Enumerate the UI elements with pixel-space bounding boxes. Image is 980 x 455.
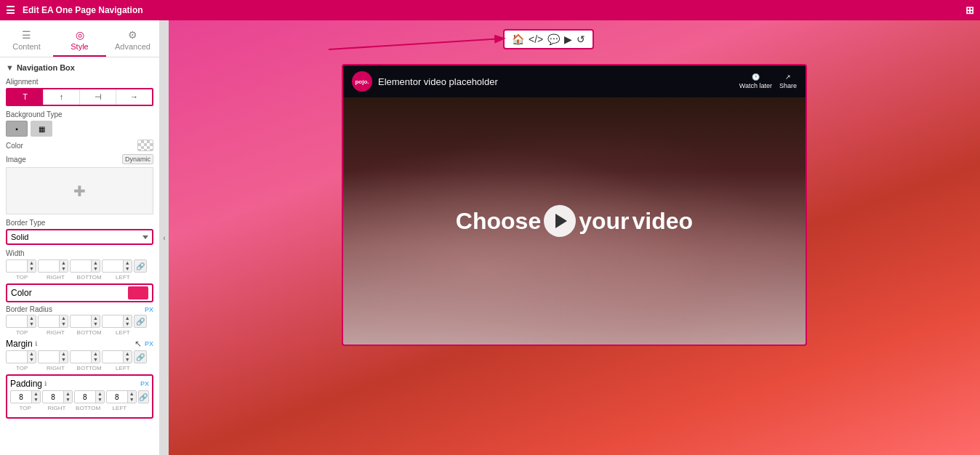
padding-header: Padding ℹ PX (10, 379, 149, 389)
padding-px[interactable]: PX (140, 380, 149, 387)
padding-right-up[interactable]: ▲ (63, 391, 72, 397)
padding-left-input[interactable] (107, 392, 127, 402)
padding-left-down[interactable]: ▼ (127, 397, 136, 403)
label-left: LEFT (107, 274, 139, 281)
bg-type-gradient[interactable]: ▦ (31, 121, 52, 137)
margin-left-up[interactable]: ▲ (123, 351, 132, 357)
padding-top-up[interactable]: ▲ (31, 391, 40, 397)
margin-right-input[interactable] (39, 353, 59, 362)
margin-top-up[interactable]: ▲ (27, 351, 36, 357)
width-right-up[interactable]: ▲ (59, 260, 68, 266)
br-right-up[interactable]: ▲ (59, 315, 68, 321)
width-left-down[interactable]: ▼ (123, 266, 132, 272)
margin-top-down[interactable]: ▼ (27, 357, 36, 363)
br-bottom-spinner: ▲ ▼ (70, 315, 100, 328)
style-icon: ◎ (56, 29, 103, 41)
color-swatch[interactable] (137, 140, 153, 151)
toolbar-code-icon[interactable]: </> (527, 33, 545, 45)
margin-left-input[interactable] (103, 353, 123, 362)
width-bottom-input[interactable] (71, 262, 91, 271)
width-bottom-down[interactable]: ▼ (91, 266, 100, 272)
margin-right-up[interactable]: ▲ (59, 351, 68, 357)
align-btn-right[interactable]: ⊣ (80, 89, 116, 105)
br-top-down[interactable]: ▼ (27, 321, 36, 327)
collapse-arrow-icon: ‹ (163, 234, 165, 242)
sidebar-collapse-handle[interactable]: ‹ (160, 20, 169, 455)
margin-right-down[interactable]: ▼ (59, 357, 68, 363)
watch-later-btn[interactable]: 🕐 Watch later (739, 73, 772, 89)
toolbar-comment-icon[interactable]: 💬 (546, 33, 561, 45)
padding-top-down[interactable]: ▼ (31, 397, 40, 403)
tab-advanced[interactable]: ⚙ Advanced (106, 25, 159, 57)
margin-bottom-up[interactable]: ▲ (91, 351, 100, 357)
padding-label-left: LEFT (105, 405, 134, 411)
br-link-btn[interactable]: 🔗 (134, 315, 147, 328)
share-btn[interactable]: ↗ Share (779, 73, 797, 89)
width-label: Width (6, 249, 153, 257)
padding-spinner-row: ▲ ▼ ▲ ▼ ▲ (10, 390, 149, 403)
width-bottom-spinner: ▲ ▼ (70, 259, 100, 273)
br-bottom-input[interactable] (71, 317, 91, 326)
margin-bottom-spinner: ▲ ▼ (70, 350, 100, 363)
width-left-input[interactable] (103, 262, 123, 271)
br-left-up[interactable]: ▲ (123, 315, 132, 321)
br-bottom-down[interactable]: ▼ (91, 321, 100, 327)
alignment-label: Alignment (6, 78, 153, 86)
menu-icon[interactable]: ☰ (6, 4, 15, 16)
toolbar-refresh-icon[interactable]: ↺ (575, 33, 587, 45)
video-header-actions: 🕐 Watch later ↗ Share (739, 73, 797, 89)
margin-link-btn[interactable]: 🔗 (134, 350, 147, 363)
tab-style[interactable]: ◎ Style (53, 25, 106, 57)
width-left-up[interactable]: ▲ (123, 260, 132, 266)
align-btn-center[interactable]: ↑ (44, 89, 80, 105)
play-button[interactable] (544, 205, 576, 237)
margin-left-down[interactable]: ▼ (123, 357, 132, 363)
toolbar-youtube-icon[interactable]: ▶ (563, 33, 574, 45)
padding-bottom-up[interactable]: ▲ (95, 391, 104, 397)
margin-header: Margin ℹ ↖ PX (6, 339, 153, 349)
image-upload-area[interactable]: ✚ (6, 167, 153, 214)
dynamic-button[interactable]: Dynamic (122, 154, 153, 164)
align-btn-justify[interactable]: → (116, 89, 152, 105)
br-right-input[interactable] (39, 317, 59, 326)
br-right-down[interactable]: ▼ (59, 321, 68, 327)
width-right-down[interactable]: ▼ (59, 266, 68, 272)
width-link-btn[interactable]: 🔗 (134, 259, 147, 273)
border-radius-header: Border Radius PX (6, 305, 153, 313)
video-body: Choose your video (343, 97, 806, 345)
padding-right-input[interactable] (43, 392, 63, 402)
grid-icon[interactable]: ⊞ (965, 4, 974, 16)
margin-bottom-input[interactable] (71, 353, 91, 362)
margin-label-right: RIGHT (39, 365, 71, 371)
bg-type-solid[interactable]: ▪ (6, 121, 28, 137)
padding-bottom-down[interactable]: ▼ (95, 397, 104, 403)
width-top-down[interactable]: ▼ (27, 266, 36, 272)
padding-top-input[interactable] (11, 392, 31, 402)
image-row: Image Dynamic (6, 154, 153, 164)
toolbar-home-icon[interactable]: 🏠 (510, 33, 526, 45)
width-top-up[interactable]: ▲ (27, 260, 36, 266)
width-top-input[interactable] (7, 262, 27, 271)
align-btn-left[interactable]: T (7, 89, 44, 105)
br-left-down[interactable]: ▼ (123, 321, 132, 327)
bg-type-label: Background Type (6, 110, 153, 118)
margin-top-input[interactable] (7, 353, 27, 362)
padding-right-down[interactable]: ▼ (63, 397, 72, 403)
border-radius-px[interactable]: PX (145, 306, 153, 313)
section-collapse-arrow[interactable]: ▼ (6, 63, 14, 72)
br-label-bottom: BOTTOM (73, 329, 105, 336)
margin-bottom-down[interactable]: ▼ (91, 357, 100, 363)
padding-left-up[interactable]: ▲ (127, 391, 136, 397)
br-top-up[interactable]: ▲ (27, 315, 36, 321)
br-bottom-up[interactable]: ▲ (91, 315, 100, 321)
padding-link-btn[interactable]: 🔗 (138, 390, 149, 403)
width-right-input[interactable] (39, 262, 59, 271)
width-bottom-up[interactable]: ▲ (91, 260, 100, 266)
br-top-input[interactable] (7, 317, 27, 326)
color-border-swatch[interactable] (128, 286, 148, 299)
margin-px[interactable]: PX (145, 340, 153, 347)
tab-content[interactable]: ☰ Content (0, 25, 53, 57)
padding-bottom-input[interactable] (75, 392, 95, 402)
border-type-select[interactable]: Solid None Double Dotted Dashed Groove (6, 229, 153, 245)
br-left-input[interactable] (103, 317, 123, 326)
